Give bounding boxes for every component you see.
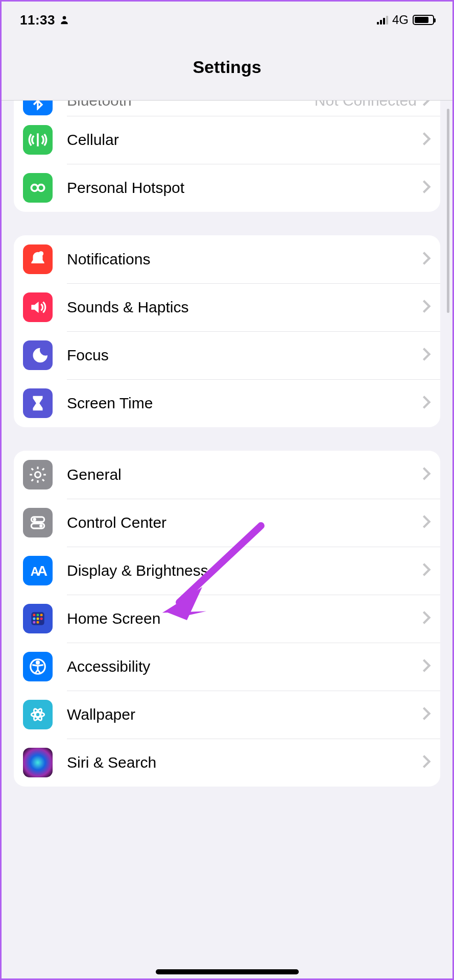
wallpaper-icon bbox=[23, 700, 53, 729]
row-display[interactable]: AA Display & Brightness bbox=[14, 547, 440, 595]
chevron-right-icon bbox=[422, 467, 431, 483]
hotspot-icon bbox=[23, 173, 53, 203]
svg-rect-15 bbox=[33, 618, 36, 620]
row-general[interactable]: General bbox=[14, 451, 440, 499]
svg-rect-13 bbox=[37, 614, 39, 617]
statusbar-left: 11:33 bbox=[20, 12, 69, 28]
row-label: Bluetooth bbox=[67, 101, 132, 109]
row-wallpaper[interactable]: Wallpaper bbox=[14, 691, 440, 739]
chevron-right-icon bbox=[422, 132, 431, 148]
row-home-screen[interactable]: Home Screen bbox=[14, 595, 440, 643]
navigation-bar: Settings bbox=[2, 34, 452, 101]
battery-icon bbox=[413, 15, 434, 25]
settings-group-connectivity: Bluetooth Not Connected Cellular Persona… bbox=[14, 101, 440, 212]
control-center-icon bbox=[23, 508, 53, 537]
row-label: Screen Time bbox=[67, 395, 153, 412]
row-label: Control Center bbox=[67, 514, 166, 531]
display-icon: AA bbox=[23, 556, 53, 585]
siri-icon bbox=[23, 748, 53, 777]
scrollbar-thumb[interactable] bbox=[447, 109, 449, 313]
row-label: Home Screen bbox=[67, 610, 160, 627]
row-label: Display & Brightness bbox=[67, 562, 208, 579]
screentime-icon bbox=[23, 388, 53, 418]
status-bar: 11:33 4G bbox=[2, 2, 452, 34]
notifications-icon bbox=[23, 244, 53, 274]
row-sounds[interactable]: Sounds & Haptics bbox=[14, 283, 440, 331]
svg-point-6 bbox=[33, 518, 36, 521]
svg-point-3 bbox=[39, 251, 44, 256]
row-label: Personal Hotspot bbox=[67, 179, 184, 197]
chevron-right-icon bbox=[422, 395, 431, 411]
settings-group-system: General Control Center AA Display & Brig… bbox=[14, 451, 440, 787]
svg-point-2 bbox=[38, 185, 44, 191]
status-time: 11:33 bbox=[20, 12, 55, 28]
svg-point-8 bbox=[39, 524, 42, 527]
row-control-center[interactable]: Control Center bbox=[14, 499, 440, 547]
svg-rect-16 bbox=[37, 618, 39, 620]
statusbar-right: 4G bbox=[377, 13, 434, 27]
row-label: Wallpaper bbox=[67, 706, 135, 723]
row-bluetooth[interactable]: Bluetooth Not Connected bbox=[14, 101, 440, 116]
chevron-right-icon bbox=[422, 299, 431, 315]
svg-text:A: A bbox=[37, 562, 47, 579]
svg-point-23 bbox=[31, 712, 44, 717]
row-label: Accessibility bbox=[67, 658, 150, 675]
chevron-right-icon bbox=[422, 754, 431, 771]
bluetooth-icon bbox=[23, 101, 53, 115]
accessibility-icon bbox=[23, 652, 53, 681]
row-accessibility[interactable]: Accessibility bbox=[14, 643, 440, 691]
chevron-right-icon bbox=[422, 514, 431, 531]
settings-group-attention: Notifications Sounds & Haptics Focus Scr… bbox=[14, 235, 440, 427]
chevron-right-icon bbox=[422, 706, 431, 723]
row-siri[interactable]: Siri & Search bbox=[14, 739, 440, 787]
row-screen-time[interactable]: Screen Time bbox=[14, 379, 440, 427]
row-label: Cellular bbox=[67, 131, 119, 149]
svg-rect-18 bbox=[33, 621, 36, 624]
row-label: Notifications bbox=[67, 251, 150, 268]
svg-rect-14 bbox=[40, 614, 43, 617]
chevron-right-icon bbox=[422, 658, 431, 675]
chevron-right-icon bbox=[422, 180, 431, 196]
row-value: Not Connected bbox=[315, 101, 417, 109]
signal-icon bbox=[377, 15, 388, 24]
general-icon bbox=[23, 460, 53, 489]
chevron-right-icon bbox=[422, 347, 431, 363]
chevron-right-icon bbox=[422, 251, 431, 267]
chevron-right-icon bbox=[422, 562, 431, 579]
chevron-right-icon bbox=[422, 101, 431, 109]
row-label: Sounds & Haptics bbox=[67, 299, 188, 316]
settings-scroll[interactable]: Bluetooth Not Connected Cellular Persona… bbox=[2, 101, 452, 978]
row-label: General bbox=[67, 466, 122, 483]
svg-point-21 bbox=[36, 662, 39, 664]
svg-rect-12 bbox=[33, 614, 36, 617]
profile-icon bbox=[59, 15, 69, 25]
svg-point-0 bbox=[63, 16, 66, 20]
row-notifications[interactable]: Notifications bbox=[14, 235, 440, 283]
row-label: Siri & Search bbox=[67, 754, 156, 771]
network-label: 4G bbox=[392, 13, 409, 27]
home-screen-icon bbox=[23, 604, 53, 633]
row-focus[interactable]: Focus bbox=[14, 331, 440, 379]
home-indicator[interactable] bbox=[156, 969, 299, 974]
page-title: Settings bbox=[193, 57, 261, 77]
row-cellular[interactable]: Cellular bbox=[14, 116, 440, 164]
svg-rect-17 bbox=[40, 618, 43, 620]
sounds-icon bbox=[23, 292, 53, 322]
chevron-right-icon bbox=[422, 610, 431, 627]
svg-rect-19 bbox=[37, 621, 39, 624]
row-label: Focus bbox=[67, 347, 109, 364]
svg-point-4 bbox=[35, 472, 40, 477]
row-personal-hotspot[interactable]: Personal Hotspot bbox=[14, 164, 440, 212]
focus-icon bbox=[23, 340, 53, 370]
svg-point-1 bbox=[31, 185, 38, 191]
cellular-icon bbox=[23, 125, 53, 155]
